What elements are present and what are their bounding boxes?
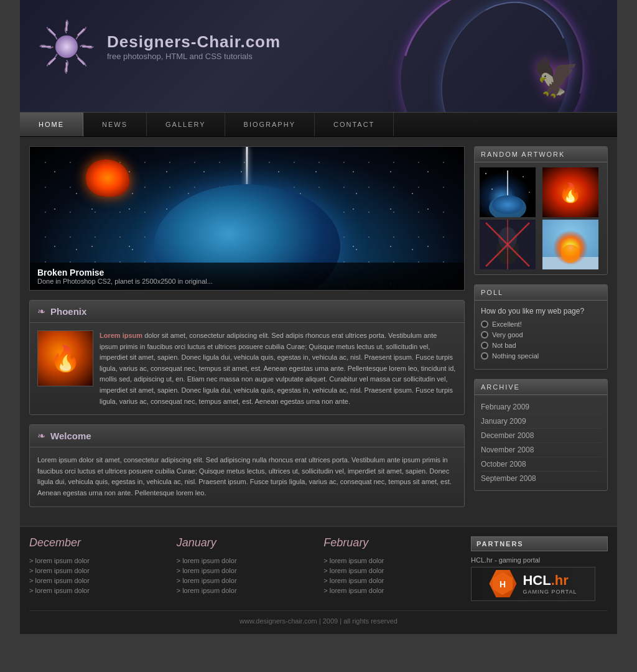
svg-point-13 [523, 176, 524, 177]
poll-radio-not-bad[interactable] [481, 342, 488, 349]
post-welcome-header: ❧ Welcome [30, 425, 464, 447]
post-phoenix-content: 🔥 Lorem ipsum dolor sit amet, consectetu… [30, 323, 464, 414]
nav-item-news[interactable]: NEWS [83, 113, 147, 136]
footer: December lorem ipsum dolor lorem ipsum d… [20, 526, 617, 634]
header-logo: Designers-Chair.com free photoshop, HTML… [20, 0, 617, 93]
footer-link-feb-1[interactable]: lorem ipsum dolor [323, 556, 465, 566]
poll-radio-very-good[interactable] [481, 331, 488, 338]
poll-header: POLL [475, 285, 607, 301]
partner-logo-inner: H HCL.hr GAMING PORTAL [489, 570, 577, 597]
footer-col-february: February lorem ipsum dolor lorem ipsum d… [323, 536, 465, 601]
poll-label-excellent: Excellent! [492, 320, 522, 328]
poll-box: POLL How do you like my web page? Excell… [474, 284, 608, 370]
post-phoenix-title: Phoenix [50, 306, 86, 317]
nav-item-contact[interactable]: CONTACT [315, 113, 394, 136]
phoenix-thumb-icon: 🔥 [50, 344, 81, 373]
poll-option-nothing-special[interactable]: Nothing special [481, 352, 601, 360]
footer-link-feb-3[interactable]: lorem ipsum dolor [323, 576, 465, 586]
archive-box: ARCHIVE February 2009 January 2009 Decem… [474, 379, 608, 491]
featured-title: Broken Promise [37, 268, 457, 278]
svg-point-0 [55, 35, 78, 58]
logo-text: Designers-Chair.com free photoshop, HTML… [107, 32, 281, 61]
artwork-item-4[interactable] [542, 220, 598, 269]
footer-copyright: www.designers-chair.com | 2009 | all rig… [29, 610, 608, 625]
poll-option-excellent[interactable]: Excellent! [481, 320, 601, 328]
poll-question: How do you like my web page? [481, 307, 601, 315]
footer-link-jan-4[interactable]: lorem ipsum dolor [177, 586, 318, 595]
nav-item-gallery[interactable]: GALLERY [147, 113, 225, 136]
footer-link-jan-3[interactable]: lorem ipsum dolor [177, 576, 318, 586]
featured-caption: Broken Promise Done in Photoshop CS2, pl… [30, 263, 464, 290]
poll-label-very-good: Very good [492, 331, 523, 338]
post-phoenix-body: dolor sit amet, consectetur adipiscing e… [100, 332, 455, 405]
artwork-box: RANDOM ARTWORK [474, 146, 608, 275]
site-title: Designers-Chair.com [107, 32, 281, 52]
sidebar: RANDOM ARTWORK [474, 146, 608, 516]
post-phoenix-icon: ❧ [37, 306, 45, 317]
svg-point-14 [491, 189, 493, 190]
poll-radio-nothing-special[interactable] [481, 352, 488, 360]
footer-link-dec-4[interactable]: lorem ipsum dolor [29, 586, 170, 595]
svg-point-15 [529, 192, 530, 193]
post-phoenix-header: ❧ Phoenix [30, 301, 464, 323]
archive-item-jan2009[interactable]: January 2009 [481, 414, 601, 429]
poll-content: How do you like my web page? Excellent! … [475, 301, 607, 369]
artwork-item-2[interactable]: 🔥 [542, 167, 598, 217]
partner-sub-label: GAMING PORTAL [523, 589, 577, 595]
archive-item-dec2008[interactable]: December 2008 [481, 429, 601, 443]
archive-item-nov2008[interactable]: November 2008 [481, 443, 601, 457]
post-welcome-body: dolor sit amet, consectetur adipiscing e… [37, 456, 452, 497]
footer-link-dec-1[interactable]: lorem ipsum dolor [29, 556, 170, 566]
archive-item-sep2008[interactable]: September 2008 [481, 472, 601, 485]
header: Designers-Chair.com free photoshop, HTML… [20, 0, 617, 112]
svg-text:H: H [500, 579, 506, 589]
poll-label-nothing-special: Nothing special [492, 352, 539, 360]
artwork-header: RANDOM ARTWORK [475, 147, 607, 162]
main-content: Broken Promise Done in Photoshop CS2, pl… [29, 146, 465, 516]
footer-link-jan-2[interactable]: lorem ipsum dolor [177, 566, 318, 576]
svg-point-25 [561, 245, 580, 263]
footer-partners: PARTNERS HCL.hr - gaming portal H HCL.h [471, 536, 608, 601]
site-tagline: free photoshop, HTML and CSS tutorials [107, 52, 281, 61]
post-phoenix-text: Lorem ipsum dolor sit amet, consectetur … [100, 330, 457, 407]
footer-link-jan-1[interactable]: lorem ipsum dolor [177, 556, 318, 566]
hcl-text: HCL.hr [523, 572, 577, 589]
footer-columns: December lorem ipsum dolor lorem ipsum d… [29, 536, 608, 601]
post-welcome-highlight: Lorem ipsum [37, 456, 77, 464]
footer-link-feb-4[interactable]: lorem ipsum dolor [323, 586, 465, 595]
footer-month-february: February [323, 536, 465, 549]
poll-option-not-bad[interactable]: Not bad [481, 342, 601, 349]
post-phoenix-thumbnail: 🔥 [37, 330, 93, 386]
nav-item-biography[interactable]: BIOGRAPHY [225, 113, 315, 136]
footer-month-december: December [29, 536, 170, 549]
featured-image-box: Broken Promise Done in Photoshop CS2, pl… [29, 146, 465, 291]
post-welcome-title: Welcome [50, 431, 91, 441]
footer-col-december: December lorem ipsum dolor lorem ipsum d… [29, 536, 170, 601]
poll-label-not-bad: Not bad [492, 342, 516, 349]
partners-header: PARTNERS [471, 536, 608, 551]
site-logo-icon[interactable] [39, 19, 95, 75]
footer-link-feb-2[interactable]: lorem ipsum dolor [323, 566, 465, 576]
nav-item-home[interactable]: HOME [20, 113, 83, 136]
archive-item-oct2008[interactable]: October 2008 [481, 457, 601, 472]
post-welcome-icon: ❧ [37, 430, 45, 442]
post-welcome-text: Lorem ipsum dolor sit amet, consectetur … [30, 447, 464, 506]
partner-logo[interactable]: H HCL.hr GAMING PORTAL [471, 567, 595, 601]
poll-option-very-good[interactable]: Very good [481, 331, 601, 338]
artwork-item-3[interactable] [480, 220, 536, 269]
footer-col-january: January lorem ipsum dolor lorem ipsum do… [177, 536, 318, 601]
archive-item-feb2009[interactable]: February 2009 [481, 400, 601, 414]
artwork-grid: 🔥 [475, 162, 607, 274]
svg-point-12 [485, 173, 486, 174]
post-welcome: ❧ Welcome Lorem ipsum dolor sit amet, co… [29, 424, 465, 506]
post-phoenix-highlight: Lorem ipsum [100, 332, 142, 339]
artwork-item-1[interactable] [480, 167, 536, 217]
footer-link-dec-2[interactable]: lorem ipsum dolor [29, 566, 170, 576]
partner-name: HCL.hr - gaming portal [471, 556, 608, 564]
archive-header: ARCHIVE [475, 380, 607, 395]
poll-radio-excellent[interactable] [481, 320, 488, 328]
main-nav: HOME NEWS GALLERY BIOGRAPHY CONTACT [20, 112, 617, 137]
footer-link-dec-3[interactable]: lorem ipsum dolor [29, 576, 170, 586]
content-wrapper: Broken Promise Done in Photoshop CS2, pl… [20, 137, 617, 526]
hcl-hex-icon: H [489, 570, 516, 597]
